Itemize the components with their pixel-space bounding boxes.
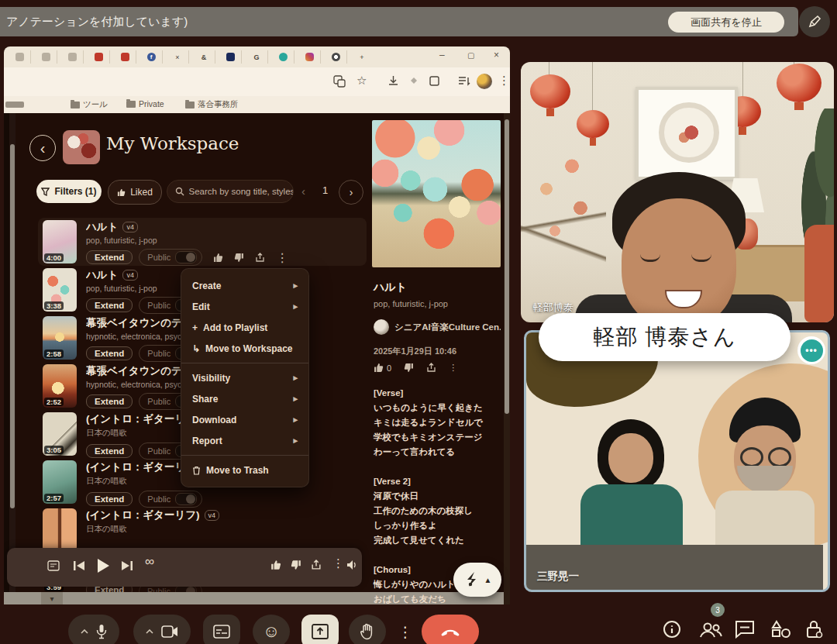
creator-row[interactable]: シニアAI音楽Culture Cen... (374, 319, 501, 335)
thumbs-down-icon[interactable] (234, 253, 244, 263)
thumbs-up-icon[interactable] (270, 560, 281, 570)
public-toggle[interactable]: Public (139, 491, 202, 508)
browser-tab[interactable] (272, 50, 294, 64)
song-thumbnail[interactable]: 3:38 (43, 268, 77, 312)
search-input[interactable]: Search by song title, styles, (167, 180, 294, 203)
present-button-active[interactable] (301, 615, 339, 644)
mic-button[interactable] (68, 615, 119, 644)
scrollbar-thumb[interactable] (505, 119, 509, 414)
browser-tab-pdf[interactable] (88, 50, 110, 64)
stop-share-button[interactable]: 画面共有を停止 (668, 12, 784, 33)
bookmark-folder[interactable]: 落合事務所 (185, 99, 239, 110)
scroll-down-button[interactable]: ▾ (41, 592, 63, 604)
menu-item-add-to-playlist[interactable]: +Add to Playlist (181, 317, 308, 338)
public-toggle[interactable]: Public (139, 249, 202, 266)
dislike-button[interactable] (404, 363, 414, 373)
captions-button[interactable] (203, 615, 240, 644)
window-maximize-button[interactable]: ▢ (467, 51, 474, 60)
browser-tab-google[interactable]: G (246, 50, 268, 64)
play-icon[interactable] (95, 557, 111, 574)
liked-filter-button[interactable]: Liked (108, 180, 162, 205)
song-row[interactable]: 4:00 ハルトv4 pop, futuristic, j-pop Extend… (38, 218, 367, 266)
reactions-button[interactable]: ☺ (253, 615, 290, 644)
browser-menu-icon[interactable]: ⋮ (498, 74, 510, 88)
download-icon[interactable] (388, 75, 399, 87)
raise-hand-button[interactable] (349, 615, 386, 644)
menu-item-download[interactable]: Download▸ (181, 409, 308, 430)
share-icon[interactable] (426, 363, 436, 373)
song-row[interactable]: (イントロ：ギターリフ)v4 日本の唱歌 (38, 506, 367, 554)
volume-icon[interactable] (346, 560, 359, 570)
browser-tab[interactable] (9, 50, 31, 64)
menu-item-share[interactable]: Share▸ (181, 388, 308, 409)
right-scrollbar[interactable] (504, 113, 510, 604)
browser-tab[interactable] (219, 50, 242, 64)
more-icon[interactable]: ⋮ (332, 556, 344, 570)
extend-button[interactable]: Extend (86, 298, 133, 312)
video-tile-karube[interactable]: 軽部博泰 (521, 62, 834, 322)
extend-button[interactable]: Extend (86, 250, 133, 264)
song-thumbnail[interactable]: 2:58 (43, 316, 77, 360)
loop-icon[interactable]: ∞ (145, 554, 154, 570)
reading-list-icon[interactable] (458, 75, 471, 87)
menu-item-create[interactable]: Create▸ (181, 275, 308, 296)
back-button[interactable]: ‹ (29, 135, 56, 161)
browser-tab[interactable] (35, 50, 57, 64)
people-button[interactable] (698, 620, 723, 639)
queue-icon[interactable] (47, 560, 60, 572)
audio-indicator-badge[interactable]: ••• (797, 336, 825, 364)
bookmark-star-icon[interactable]: ☆ (356, 74, 367, 88)
suno-fab-button[interactable]: ▲ (453, 563, 501, 597)
menu-item-report[interactable]: Report▸ (181, 430, 308, 451)
share-icon[interactable] (311, 560, 322, 570)
browser-tab-pdf[interactable] (114, 50, 136, 64)
song-thumbnail[interactable]: 2:52 (43, 364, 77, 408)
host-controls-button[interactable] (806, 620, 823, 639)
new-tab-button[interactable]: + (351, 50, 373, 64)
camera-button[interactable] (133, 615, 191, 644)
browser-tab[interactable]: × (167, 50, 189, 64)
more-icon[interactable]: ⋮ (276, 250, 288, 265)
new-window-icon[interactable] (429, 75, 440, 87)
song-thumbnail[interactable]: 2:57 (43, 460, 77, 504)
extend-button[interactable]: Extend (86, 492, 133, 506)
extend-button[interactable]: Extend (86, 444, 133, 458)
song-thumbnail[interactable] (43, 508, 77, 552)
extension-icon[interactable] (408, 75, 419, 86)
profile-avatar[interactable] (477, 74, 492, 89)
bookmark-folder[interactable]: ツール (71, 99, 108, 110)
bookmark-folder[interactable]: Private (126, 99, 164, 108)
page-next-button[interactable]: › (339, 180, 363, 205)
window-close-button[interactable]: × (494, 50, 499, 60)
scrollbar-thumb[interactable] (10, 144, 15, 508)
bookmark-partial[interactable] (5, 102, 24, 108)
translate-icon[interactable] (333, 75, 346, 88)
menu-item-visibility[interactable]: Visibility▸ (181, 367, 308, 388)
share-icon[interactable] (255, 253, 265, 263)
end-call-button[interactable] (422, 615, 479, 644)
menu-item-move-to-workspace[interactable]: ↳Move to Workspace (181, 338, 308, 359)
more-icon[interactable]: ⋮ (449, 363, 457, 373)
more-options-button[interactable]: ⋮ (394, 615, 417, 644)
thumbs-down-icon[interactable] (291, 560, 301, 570)
like-button[interactable]: 0 (374, 363, 391, 373)
browser-tab-chrome[interactable] (325, 50, 347, 64)
browser-tab-instagram[interactable] (298, 50, 321, 64)
song-thumbnail[interactable]: 4:00 (43, 220, 77, 263)
page-prev-button[interactable]: ‹ (301, 184, 305, 198)
browser-tab-facebook[interactable]: f (140, 50, 163, 64)
filters-button[interactable]: Filters (1) (36, 180, 102, 203)
chat-button[interactable] (735, 620, 755, 639)
left-scrollbar[interactable] (9, 113, 16, 604)
menu-item-move-to-trash[interactable]: Move to Trash (181, 460, 308, 480)
extend-button[interactable]: Extend (86, 346, 133, 360)
browser-tab[interactable]: & (193, 50, 215, 64)
song-thumbnail[interactable]: 3:05 (43, 412, 77, 456)
annotate-pen-button[interactable] (799, 6, 830, 37)
activities-button[interactable] (770, 620, 792, 639)
meeting-info-button[interactable] (663, 620, 681, 639)
video-tile-mino[interactable]: 三野晃一 (524, 330, 830, 592)
extend-button[interactable]: Extend (86, 394, 133, 408)
thumbs-up-icon[interactable] (213, 253, 223, 263)
browser-tab[interactable] (61, 50, 84, 64)
